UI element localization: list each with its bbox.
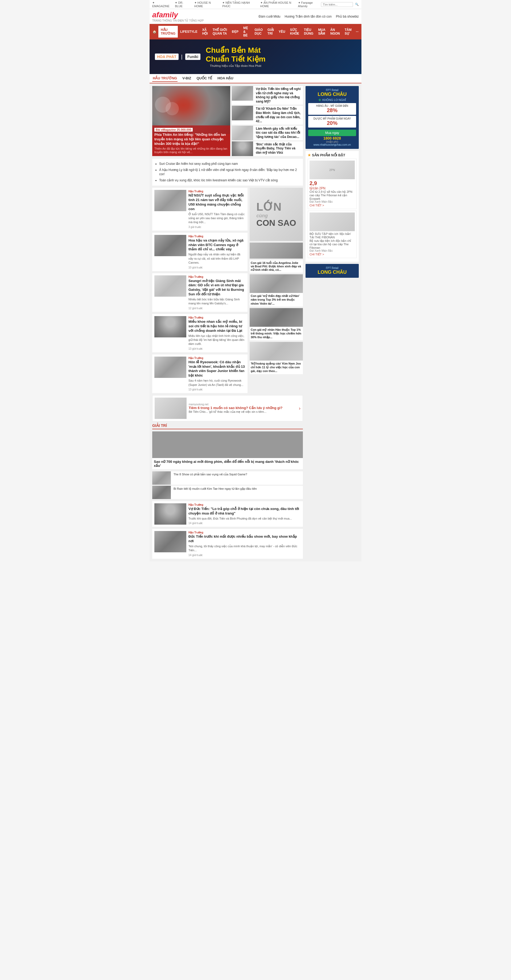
article-item-1[interactable]: Hậu Trường Hoa hậu va chạm nảy lửa, xô n…	[152, 233, 248, 271]
san-pham-item-0[interactable]: 2PN 2,9 tỷ/căn 2PN Chỉ từ 2,9 tỷ sở hữu …	[308, 159, 357, 209]
featured-side: Vợ Đức Tiến lên tiếng về nghi vấn từ chố…	[232, 86, 303, 156]
topbar-emagazine[interactable]: ✦ EMAGAZINE	[152, 1, 171, 8]
giai-tri-small-img-1	[152, 486, 171, 499]
bullet-2[interactable]: Toàn cảnh vụ xung đột, khóc lóc trên liv…	[159, 177, 300, 183]
nav-tieu-dung[interactable]: TIÊU DÙNG	[302, 26, 316, 38]
nav-suc-khoe[interactable]: SỨC KHỎE	[288, 26, 302, 38]
more-article-0[interactable]: Hậu Trường Vợ Đức Tiến: "Lo trả góp chỗ …	[152, 501, 303, 527]
nav-xa-hoi[interactable]: XÃ HỘI	[200, 26, 210, 38]
banner-text: Chuẩn Bền Mát Chuẩn Tiết Kiệm Thương hiệ…	[206, 46, 266, 68]
more-article-1[interactable]: Hậu Trường Đức Tiến trước khi mất được n…	[152, 529, 303, 559]
trending-link-2[interactable]: Phủ bà showbiz	[336, 14, 359, 18]
giai-tri-main[interactable]: Sao nữ 700 ngày không ai mời đóng phim, …	[152, 431, 303, 469]
topbar-house[interactable]: ✦ HOUSE N HOME	[194, 1, 219, 8]
nav-an-ngon[interactable]: ĂN NGON	[328, 26, 342, 38]
brand-name: LONG CHÂU	[308, 92, 356, 97]
subnav-quoc-te[interactable]: QUỐC TẾ	[196, 75, 213, 82]
search-icon[interactable]: 🔍	[355, 3, 359, 6]
discount-block-1: HÀNG ÂU - MỸ GIẢM ĐẾN 28%	[308, 103, 356, 115]
grid-item-2[interactable]: 'Nữ hoàng quảng cáo' Kim Nam Joo chỉ hơn…	[250, 342, 303, 374]
subnav-hau-truong[interactable]: HẦU TRƯỜNG	[152, 75, 178, 82]
phone-number: 1800 6928	[308, 136, 356, 140]
san-pham-desc-1: Bộ sưu tập tiện ích độc bản chỉ có tại t…	[309, 239, 355, 249]
bullet-1[interactable]: Á hậu Hương Ly bất ngờ lộ 1 nữ diễn viên…	[159, 167, 300, 178]
article-list: Hậu Trường Nữ NSƯT suýt sống thực vật: M…	[152, 188, 248, 393]
buy-button[interactable]: Mua ngay	[308, 130, 356, 136]
article-item-2[interactable]: Hậu Trường Seungri mở tiệc Giáng Sinh mã…	[152, 273, 248, 312]
article-item-0[interactable]: Hậu Trường Nữ NSƯT suýt sống thực vật: M…	[152, 188, 248, 231]
trending-link-0[interactable]: Đám cưới Midu	[259, 14, 281, 18]
nav-home[interactable]: 🏠	[151, 28, 158, 36]
right-col: FPT Retail LONG CHÂU ✚ KHÔNG LO NGHĨ HÀN…	[306, 86, 359, 559]
nav-hau-truong[interactable]: HẦU TRƯỜNG	[158, 26, 178, 38]
topbar-an-pham[interactable]: ✦ ẨN PHẨM HOUSE N HOME	[260, 1, 298, 8]
article-img-4	[154, 356, 186, 378]
side-item-0[interactable]: Vợ Đức Tiến lên tiếng về nghi vấn từ chố…	[232, 86, 303, 105]
article-tag-2: Hậu Trường	[189, 275, 245, 278]
article-desc-1: Người đẹp nảy và nhân viên sự kiện đã xả…	[189, 253, 245, 265]
lon-con-sao-banner[interactable]: LỚN cùng CON SAO	[250, 188, 303, 241]
promoted-box[interactable]: mamyoulong.net Tiêm 6 trong 1 muốn có sa…	[152, 395, 303, 421]
article-img-0	[154, 190, 186, 211]
side-title-2: Làm Menh gây sốc với kiểu tóc cao sát da…	[256, 127, 302, 139]
side-item-2[interactable]: Làm Menh gây sốc với kiểu tóc cao sát da…	[232, 126, 303, 140]
logo[interactable]: afamily TRANG THÔNG TIN ĐIỆN TỬ TỔNG HỢP	[152, 11, 204, 22]
promoted-url: mamyoulong.net	[189, 403, 282, 406]
nav-tam-su[interactable]: TÂM SỰ	[342, 26, 354, 38]
nav-giao-duc[interactable]: GIÁO DỤC	[252, 26, 265, 38]
article-item-4[interactable]: Hậu Trường Hôn lễ Ryeowook: Cô dâu nhận …	[152, 355, 248, 393]
fanpage-link[interactable]: ✦ Fanpage Afamily	[298, 1, 319, 8]
grid-img-0	[250, 274, 303, 293]
grid-text-2: 'Nữ hoàng quảng cáo' Kim Nam Joo chỉ hơn…	[250, 361, 303, 374]
san-pham-link-1[interactable]: CHI TIẾT >	[309, 253, 324, 256]
side-item-3[interactable]: 'Bóc' nhân sắc thật của Huyền Baby, Thùy…	[232, 142, 303, 156]
san-pham-item-1[interactable]: BỘ SƯU TẬP tiện ích 'độc bản' TẠI THE FI…	[308, 211, 357, 258]
promoted-arrow[interactable]: ›	[299, 406, 300, 411]
nav-dep[interactable]: ĐẸP	[229, 28, 241, 36]
article-desc-0: Ở tuổi U50, NSƯT Tâm Tâm đang có cuộc số…	[189, 212, 245, 224]
more-title-0: Vợ Đức Tiến: "Lo trả góp chỗ ở hiện tại …	[189, 507, 301, 516]
san-pham-location-0: Đất Xanh Miền Bắc	[309, 200, 355, 203]
giai-tri-small-0[interactable]: The 8 Show có phải bản sao vụng về của S…	[152, 471, 303, 485]
article-desc-2: Nhiều tiết bóc trần bữa tiệc Giáng Sinh …	[189, 298, 245, 306]
angelina-item[interactable]	[250, 243, 303, 259]
nav-more[interactable]: ···	[354, 28, 360, 36]
nav-mua-sam[interactable]: MUA SẮM	[316, 26, 328, 38]
grid-items: Con gái 'mỹ thần đẹp nhất xứ Hàn' năm tr…	[250, 274, 303, 374]
topbar-dr-blue[interactable]: ✦ DR. BLUE	[175, 1, 190, 8]
subnav-hoa-hau[interactable]: HOA HẬU	[217, 75, 234, 82]
nav-me-be[interactable]: MẸ & BÉ	[241, 24, 252, 40]
topbar-nen-tang[interactable]: ✦ NỀN TẢNG HẠNH PHÚC	[222, 1, 256, 8]
san-pham-link-0[interactable]: CHI TIẾT >	[309, 204, 324, 207]
search-input[interactable]	[321, 2, 353, 7]
featured-main[interactable]: Bài eMagazine 25.000.000 Phía Thiên An l…	[152, 86, 230, 156]
nav-lifestyle[interactable]: LIFESTYLE	[178, 28, 200, 36]
giai-tri-main-title: Sao nữ 700 ngày không ai mời đóng phim, …	[154, 460, 301, 468]
nav-the-gioi[interactable]: THẾ GIỚI QUAN TA	[210, 26, 230, 38]
nav-yeu[interactable]: YÊU	[276, 28, 288, 36]
side-img-0	[232, 86, 253, 101]
nav-giai-tri[interactable]: GIẢI TRÍ	[265, 26, 276, 38]
giai-tri-small-1[interactable]: Bi Rain tiết lộ muốn cưới Kim Tae Hee ng…	[152, 486, 303, 499]
main-content: Bài eMagazine 25.000.000 Phía Thiên An l…	[149, 83, 362, 562]
article-item-3[interactable]: Hậu Trường Miều khoe nhan sắc mỹ miều, b…	[152, 314, 248, 352]
trending-link-1[interactable]: Hương Trầm dinh tần đón có con	[285, 14, 332, 18]
more-articles: Hậu Trường Vợ Đức Tiến: "Lo trả góp chỗ …	[152, 501, 303, 559]
bullet-0[interactable]: Suri Cruise lần hiếm hoi sexy xuống phố …	[159, 161, 300, 167]
article-time-2: 12 giờ trước	[189, 307, 245, 310]
promoted-img	[155, 398, 187, 419]
article-title-4: Hôn lễ Ryeowook: Cô dâu nhận 'mưa lời kh…	[189, 360, 245, 378]
logo-area: afamily TRANG THÔNG TIN ĐIỆN TỬ TỔNG HỢP	[152, 11, 204, 22]
article-desc-4: Sau 4 năm hẹn hò, cuối cùng Ryeowook (Su…	[189, 379, 245, 387]
top-bar-right: ✦ Fanpage Afamily 🔍	[298, 1, 359, 8]
article-banner-row: Hậu Trường Nữ NSƯT suýt sống thực vật: M…	[152, 188, 303, 393]
subnav-v-biz[interactable]: V-BIZ	[182, 75, 192, 82]
promoted-title: Tiêm 6 trong 1 muốn có sao không? Cần lư…	[189, 406, 282, 410]
grid-item-0[interactable]: Con gái 'mỹ thần đẹp nhất xứ Hàn' năm tr…	[250, 274, 303, 307]
side-item-1[interactable]: Tài tử 'Khánh Du Nên' Trần Đào Minh: Sán…	[232, 106, 303, 124]
banner-logos: HOA PHÁT | Funiki	[155, 54, 200, 60]
grid-item-1[interactable]: Con gái mỹ nhân Hàn thuộc Top 1% trẻ thô…	[250, 308, 303, 340]
san-pham-img-0: 2PN	[309, 161, 355, 179]
header-trending-links: Đám cưới Midu Hương Trầm dinh tần đón có…	[259, 14, 359, 18]
health-icon: ✚	[318, 98, 321, 102]
